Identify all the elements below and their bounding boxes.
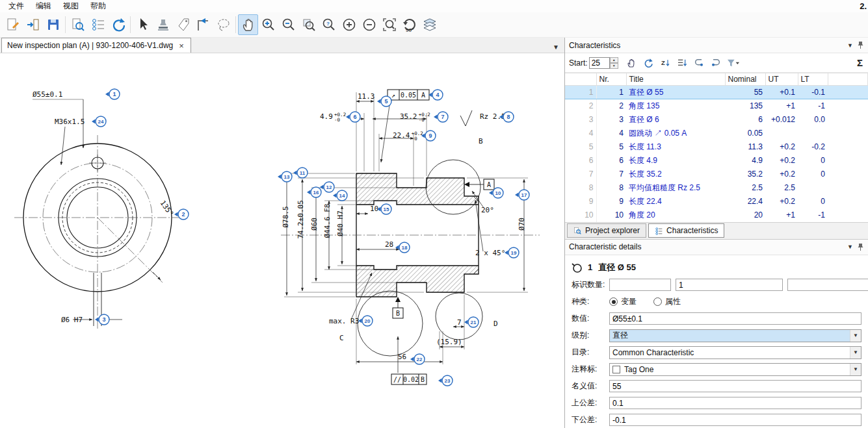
balloon-1[interactable]: 1: [105, 89, 120, 99]
insert-before-button[interactable]: [691, 55, 707, 71]
pin-icon[interactable]: [857, 41, 864, 49]
menu-help[interactable]: 帮助: [85, 0, 112, 12]
find-button[interactable]: [68, 14, 88, 35]
tag-checkbox[interactable]: [612, 366, 620, 373]
ut-input[interactable]: [609, 397, 861, 409]
id-count-input-2[interactable]: [676, 279, 783, 291]
pan-button[interactable]: [238, 14, 258, 35]
new-plan-button[interactable]: [3, 14, 23, 35]
balloon-13[interactable]: 13: [278, 171, 292, 182]
chevron-down-icon[interactable]: ▼: [850, 330, 861, 342]
open-button[interactable]: [23, 14, 43, 35]
start-spinner[interactable]: ▲▼: [610, 57, 618, 69]
shrink-button[interactable]: [359, 14, 379, 35]
balloon-16[interactable]: 16: [307, 187, 321, 197]
id-count-input-3[interactable]: [787, 279, 868, 291]
col-nr[interactable]: Nr.: [596, 73, 626, 86]
sort-z-button[interactable]: Z: [657, 55, 673, 71]
balloon-15[interactable]: 15: [377, 204, 391, 214]
cell-title: 长度 22.4: [626, 195, 725, 208]
table-row[interactable]: 44圆跳动 ↗ 0.05 A0.05: [565, 127, 868, 140]
col-lt[interactable]: LT: [798, 73, 828, 86]
catalog-combo[interactable]: Common Characteristic ▼: [609, 346, 861, 359]
lt-input[interactable]: [609, 414, 861, 426]
table-row[interactable]: 88平均值粗糙度 Rz 2.52.52.5: [565, 181, 868, 195]
table-row[interactable]: 66长度 4.94.9+0.20: [565, 154, 868, 168]
balloon-7[interactable]: 7: [434, 112, 448, 122]
menu-file[interactable]: 文件: [3, 0, 30, 12]
table-row[interactable]: 11直径 Ø 5555+0.1-0.1: [565, 86, 868, 99]
zoom-out-button[interactable]: [278, 14, 298, 35]
sync-balloons-button[interactable]: [108, 14, 128, 35]
sum-button[interactable]: Σ: [857, 57, 864, 68]
balloon-5[interactable]: 5: [377, 96, 391, 107]
menu-edit[interactable]: 编辑: [30, 0, 57, 12]
tab-list-button[interactable]: ▼: [553, 44, 559, 51]
balloon-11[interactable]: 11: [293, 168, 308, 178]
document-area: New inspection plan (A) | 930-1200-406-V…: [0, 38, 564, 428]
pick-characteristic-button[interactable]: [624, 55, 639, 71]
table-row[interactable]: 33直径 Ø 66+0.0120.0: [565, 113, 868, 127]
start-input[interactable]: [589, 57, 610, 69]
col-ut[interactable]: UT: [765, 73, 798, 86]
filter-button[interactable]: [725, 55, 741, 71]
nominal-input[interactable]: [609, 380, 861, 392]
stamp-button[interactable]: [153, 14, 173, 35]
close-tab-icon[interactable]: ×: [178, 41, 185, 51]
panel-menu-icon[interactable]: ▼: [843, 244, 857, 250]
balloon-21[interactable]: 21: [464, 317, 479, 327]
balloon-12[interactable]: 12: [320, 182, 334, 192]
zoom-fit-button[interactable]: [298, 14, 319, 35]
balloon-22[interactable]: 22: [410, 354, 425, 364]
balloon-4[interactable]: 4: [428, 90, 443, 100]
level-combo[interactable]: 直径 ▼: [609, 329, 861, 342]
balloon-9[interactable]: 9: [421, 131, 436, 141]
balloon-18[interactable]: 18: [395, 242, 410, 253]
balloon-14[interactable]: 14: [333, 190, 347, 201]
tab-characteristics[interactable]: Characteristics: [648, 223, 724, 238]
tag-combo[interactable]: Tag One ▼: [609, 363, 861, 376]
chevron-down-icon[interactable]: ▼: [850, 364, 861, 375]
rotate-90-button[interactable]: 90°: [399, 14, 419, 35]
recapture-button[interactable]: [640, 55, 656, 71]
tab-project-explorer[interactable]: Project explorer: [567, 223, 646, 238]
radio-variable[interactable]: 变量: [609, 296, 637, 307]
layers-button[interactable]: [419, 14, 440, 35]
balloon-list-button[interactable]: [88, 14, 108, 35]
chevron-down-icon[interactable]: ▼: [850, 347, 861, 359]
id-count-input-1[interactable]: [609, 279, 671, 291]
tag-button[interactable]: [173, 14, 193, 35]
radio-attribute[interactable]: 属性: [653, 296, 681, 307]
enlarge-button[interactable]: [339, 14, 359, 35]
balloon-20[interactable]: 20: [358, 316, 373, 326]
table-row[interactable]: 1010角度 2020+1-1: [565, 208, 868, 222]
drawing-canvas[interactable]: ↗ 0.05 A // 0.02 B A B: [0, 53, 564, 428]
balloon-3[interactable]: 3: [95, 314, 109, 325]
select-cursor-button[interactable]: [133, 14, 153, 35]
balloon-2[interactable]: 2: [174, 209, 189, 220]
pin-icon[interactable]: [857, 243, 864, 251]
zoom-query-button[interactable]: ?: [319, 14, 339, 35]
document-tab[interactable]: New inspection plan (A) | 930-1200-406-V…: [1, 38, 191, 53]
zoom-window-button[interactable]: [379, 14, 399, 35]
col-nominal[interactable]: Nominal: [725, 73, 765, 86]
value-input[interactable]: [609, 312, 861, 325]
zoom-in-button[interactable]: [258, 14, 278, 35]
save-button[interactable]: [43, 14, 63, 35]
insert-after-button[interactable]: [708, 55, 724, 71]
lasso-button[interactable]: [213, 14, 233, 35]
renumber-button[interactable]: [674, 55, 690, 71]
balloon-6[interactable]: 6: [346, 112, 360, 122]
table-row[interactable]: 77长度 35.235.2+0.20: [565, 168, 868, 181]
table-row[interactable]: 99长度 22.422.4+0.20: [565, 195, 868, 208]
balloon-17[interactable]: 17: [515, 190, 529, 200]
panel-menu-icon[interactable]: ▼: [843, 42, 857, 49]
col-title[interactable]: Title: [626, 73, 725, 86]
table-row[interactable]: 22角度 135135+1-1: [565, 99, 868, 113]
table-row[interactable]: 55长度 11.311.3+0.2-0.2: [565, 140, 868, 154]
balloon-24[interactable]: 24: [92, 116, 106, 127]
balloon-23[interactable]: 23: [438, 375, 453, 386]
menu-view[interactable]: 视图: [57, 0, 85, 12]
balloon-19[interactable]: 19: [505, 247, 519, 258]
snip-corner-button[interactable]: [193, 14, 213, 35]
